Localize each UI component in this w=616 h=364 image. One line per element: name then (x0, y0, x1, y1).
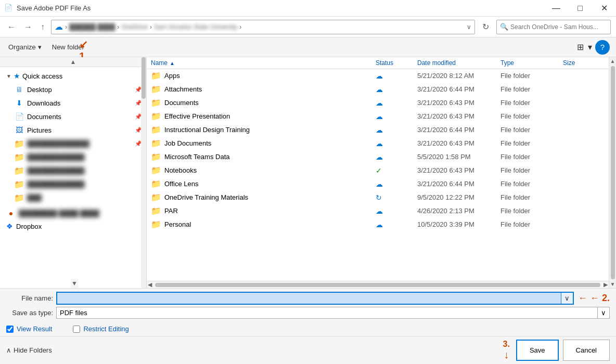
search-icon: 🔍 (500, 23, 508, 31)
file-status: ↻ (376, 193, 417, 202)
table-row[interactable]: 📁 Effective Presentation ☁ 3/21/2020 6:4… (147, 110, 609, 123)
hide-folders-chevron: ∧ (6, 346, 11, 354)
quick-access-star-icon: ★ (14, 72, 20, 80)
sidebar-item-downloads[interactable]: ⬇ Downloads 📌 (0, 96, 146, 110)
sidebar-item-blurred4[interactable]: 📁 ████████████ (0, 177, 146, 191)
right-scrollbar[interactable]: ▲ ▼ (609, 57, 616, 288)
table-row[interactable]: 📁 Attachments ☁ 3/21/2020 6:44 PM File f… (147, 83, 609, 96)
save-button[interactable]: Save (516, 340, 559, 361)
download-icon: ⬇ (15, 98, 24, 108)
scroll-down-arrow: ▼ (71, 280, 78, 287)
minimize-button[interactable]: — (544, 0, 568, 17)
view-dropdown-button[interactable]: ▾ (587, 41, 593, 53)
view-toggle-button[interactable]: ⊞ (576, 41, 585, 53)
file-date: 3/21/2020 6:43 PM (417, 112, 500, 120)
left-scrollbar[interactable] (141, 57, 146, 288)
quick-access-header[interactable]: ▼ ★ Quick access (0, 69, 146, 83)
hscroll-thumb (155, 283, 600, 287)
up-button[interactable]: ↑ (38, 21, 47, 33)
sidebar-item-pictures[interactable]: 🖼 Pictures 📌 (0, 123, 146, 137)
table-row[interactable]: 📁 PAR ☁ 4/26/2020 2:13 PM File folder (147, 204, 609, 218)
file-date: 3/21/2020 6:43 PM (417, 139, 500, 147)
horizontal-scrollbar[interactable]: ◀ ▶ (147, 281, 609, 288)
sidebar-item-blurred1[interactable]: 📁 █████████████ 📌 (0, 137, 146, 150)
table-row[interactable]: 📁 Notebooks ✓ 3/21/2020 6:43 PM File fol… (147, 164, 609, 177)
view-result-checkbox[interactable] (6, 326, 14, 333)
right-scroll-down-arrow: ▼ (610, 280, 615, 288)
view-result-checkbox-label[interactable]: View Result (6, 325, 52, 333)
table-row[interactable]: 📁 Microsoft Teams Data ☁ 5/5/2020 1:58 P… (147, 150, 609, 164)
table-row[interactable]: 📁 Apps ☁ 5/21/2020 8:12 AM File folder (147, 69, 609, 83)
sidebar-item-blurred5[interactable]: 📁 ███ (0, 191, 146, 204)
onedrive-icon: ☁ (55, 22, 63, 32)
desktop-label: Desktop (27, 86, 142, 94)
annotation-arrow-2: ← ← 2. (578, 293, 610, 304)
file-date: 3/21/2020 6:43 PM (417, 99, 500, 107)
close-button[interactable]: ✕ (592, 0, 616, 17)
back-button[interactable]: ← (5, 21, 18, 33)
table-row[interactable]: 📁 Instructional Design Training ☁ 3/21/2… (147, 123, 609, 137)
sidebar-item-documents[interactable]: 📄 Documents 📌 (0, 110, 146, 123)
table-row[interactable]: 📁 Office Lens ☁ 3/21/2020 6:44 PM File f… (147, 177, 609, 191)
savetype-dropdown-button[interactable]: ∨ (597, 307, 609, 318)
search-bar[interactable]: 🔍 (496, 20, 611, 34)
filename-dropdown-button[interactable]: ∨ (561, 293, 573, 304)
file-type: File folder (500, 166, 563, 174)
col-date-header[interactable]: Date modified (417, 59, 500, 67)
forward-button[interactable]: → (22, 21, 34, 33)
view-result-label: View Result (17, 325, 52, 333)
file-type: File folder (500, 207, 563, 215)
sidebar-item-onedrive[interactable]: ● ████████ ████ ████ (0, 206, 146, 220)
file-name: Job Documents (164, 139, 376, 147)
col-type-header[interactable]: Type (500, 59, 563, 67)
maximize-button[interactable]: □ (568, 0, 592, 17)
sidebar-item-blurred2[interactable]: 📁 ████████████ (0, 150, 146, 164)
table-row[interactable]: 📁 Documents ☁ 3/21/2020 6:43 PM File fol… (147, 96, 609, 110)
address-dropdown-icon: ∨ (467, 23, 471, 31)
file-name: Apps (164, 72, 376, 80)
quick-access-chevron: ▼ (6, 73, 11, 79)
col-size-header[interactable]: Size (563, 59, 605, 67)
file-type: File folder (500, 220, 563, 228)
sidebar-item-blurred3[interactable]: 📁 ████████████ (0, 164, 146, 177)
file-type: File folder (500, 85, 563, 93)
organize-button[interactable]: Organize ▾ (6, 42, 44, 52)
col-status-header[interactable]: Status (376, 59, 417, 67)
folder-icon: 📁 (151, 206, 161, 216)
restrict-editing-checkbox-label[interactable]: Restrict Editing (73, 325, 129, 333)
file-name: Attachments (164, 85, 376, 93)
help-button[interactable]: ? (595, 40, 610, 55)
refresh-button[interactable]: ↻ (479, 21, 492, 33)
table-row[interactable]: 📁 Personal ☁ 10/5/2020 3:39 PM File fold… (147, 218, 609, 231)
file-type: File folder (500, 72, 563, 80)
file-status: ☁ (376, 153, 417, 161)
sidebar-item-desktop[interactable]: 🖥 Desktop 📌 (0, 83, 146, 96)
sort-icon: ▲ (170, 60, 175, 66)
blurred-label-1: █████████████ (27, 140, 142, 148)
cancel-button[interactable]: Cancel (563, 340, 610, 361)
folder-icon-1: 📁 (15, 139, 24, 148)
file-name: PAR (164, 207, 376, 215)
address-bar[interactable]: ☁ › ██████ ████ › OneDrive › Sam Houston… (51, 20, 475, 34)
restrict-editing-checkbox[interactable] (73, 326, 80, 333)
sidebar-item-dropbox[interactable]: ❖ Dropbox (0, 220, 146, 232)
folder-icon-2: 📁 (15, 152, 24, 162)
table-row[interactable]: 📁 OneDrive Training Materials ↻ 9/5/2020… (147, 191, 609, 204)
cancel-label: Cancel (576, 346, 597, 354)
file-list: 📁 Apps ☁ 5/21/2020 8:12 AM File folder 📁… (147, 69, 609, 281)
blurred-label-3: ████████████ (27, 167, 142, 175)
left-panel-scroll-down: ▼ (71, 279, 78, 288)
search-input[interactable] (510, 23, 607, 31)
hide-folders-button[interactable]: ∧ Hide Folders (6, 346, 52, 354)
folder-icon-3: 📁 (15, 166, 24, 175)
checkbox-row: View Result Restrict Editing (0, 322, 616, 336)
filename-input[interactable] (57, 293, 561, 304)
file-name: Effective Presentation (164, 112, 376, 120)
file-type: File folder (500, 153, 563, 161)
bottom-area: File name: ∨ ← ← 2. Save as type: PDF fi… (0, 288, 616, 322)
folder-icon: 📁 (151, 98, 161, 108)
file-status: ✓ (376, 166, 417, 175)
folder-icon-5: 📁 (15, 193, 24, 202)
col-name-header[interactable]: Name ▲ (151, 59, 376, 67)
table-row[interactable]: 📁 Job Documents ☁ 3/21/2020 6:43 PM File… (147, 137, 609, 150)
